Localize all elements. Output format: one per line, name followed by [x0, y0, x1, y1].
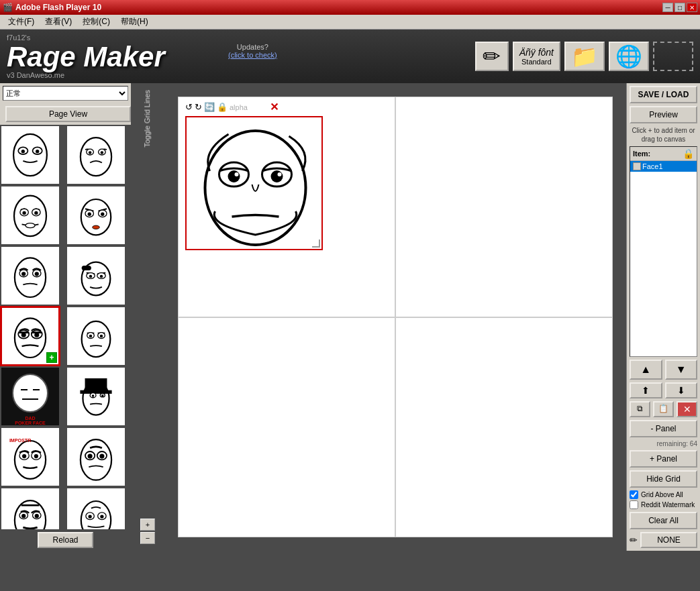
face-widget[interactable] — [185, 116, 323, 250]
face-cell-2[interactable] — [66, 125, 126, 185]
face-cell-12[interactable] — [0, 487, 60, 529]
svg-point-13 — [22, 211, 26, 215]
face-svg-8 — [69, 309, 123, 363]
mode-select[interactable]: 正常 — [3, 86, 128, 101]
minimize-button[interactable]: ─ — [662, 3, 673, 12]
svg-point-44 — [81, 321, 110, 357]
canvas-face-svg — [187, 117, 324, 252]
svg-point-23 — [92, 225, 99, 229]
maximize-button[interactable]: □ — [674, 3, 685, 12]
resize-handle[interactable] — [312, 239, 320, 248]
svg-point-5 — [80, 138, 111, 176]
zoom-in-button[interactable]: + — [140, 519, 155, 531]
canvas-cell-top-right[interactable] — [395, 97, 613, 317]
close-button[interactable]: ✕ — [687, 3, 697, 12]
pencil-icon: ✏ — [483, 44, 501, 69]
hide-grid-button[interactable]: Hide Grid — [630, 470, 697, 488]
grid-options: Grid Above All Reddit Watermark — [630, 490, 697, 509]
pencil-small-icon: ✏ — [630, 535, 638, 545]
updates-area: Updates? (click to check) — [228, 43, 277, 59]
svg-point-43 — [34, 333, 39, 337]
plus-panel-button[interactable]: + Panel — [630, 450, 697, 468]
zoom-out-button[interactable]: − — [140, 532, 155, 544]
clear-all-button[interactable]: Clear All — [630, 512, 697, 529]
grid-above-label: Grid Above All — [641, 491, 683, 498]
move-down-button[interactable]: ▼ — [665, 360, 698, 380]
face-cell-6[interactable] — [66, 246, 126, 306]
item-header: Item: 🔒 — [630, 147, 697, 161]
svg-point-49 — [89, 335, 91, 337]
svg-point-72 — [99, 454, 104, 459]
move-up-button[interactable]: ▲ — [630, 360, 662, 380]
layer-down-button[interactable]: ⬇ — [665, 382, 698, 398]
menu-file[interactable]: 文件(F) — [3, 15, 40, 29]
selection-tool-button[interactable] — [653, 42, 693, 71]
svg-point-50 — [99, 335, 102, 337]
layer-up-button[interactable]: ⬆ — [630, 382, 662, 398]
svg-point-8 — [88, 151, 91, 154]
font-tool-button[interactable]: Äñÿ fônt Standard — [513, 42, 560, 71]
svg-point-62 — [15, 441, 46, 479]
font-name-label: Äñÿ fônt — [519, 47, 554, 58]
widget-toolbar: ↺ ↻ 🔄 🔒 alpha ✕ — [185, 101, 279, 113]
widget-close-button[interactable]: ✕ — [270, 101, 279, 113]
svg-point-22 — [101, 213, 104, 216]
folder-button[interactable]: 📁 — [564, 42, 605, 71]
app-header: f7u12's Rage Maker v3 DanAweso.me Update… — [0, 30, 700, 83]
item-label: Item: — [633, 150, 650, 158]
delete-button[interactable]: ✕ — [677, 401, 697, 417]
item-lock-icon[interactable]: 🔒 — [683, 148, 694, 159]
face-cell-4[interactable] — [66, 185, 126, 246]
item-row-face1[interactable]: Face1 — [630, 161, 697, 172]
face-cell-dad[interactable]: DADPOKER FACE — [0, 366, 60, 427]
preview-button[interactable]: Preview — [630, 106, 697, 123]
face-svg-3 — [3, 189, 57, 242]
paste-button[interactable]: 📋 — [653, 401, 674, 417]
grid-above-checkbox[interactable] — [630, 490, 638, 499]
dad-face-svg — [3, 368, 57, 419]
face-cell-11[interactable] — [66, 427, 126, 487]
canvas-cell-top-left[interactable]: ↺ ↻ 🔄 🔒 alpha ✕ — [178, 97, 395, 317]
toggle-grid-button[interactable]: Toggle Grid Lines — [143, 90, 152, 148]
svg-point-83 — [100, 515, 103, 518]
none-button[interactable]: NONE — [640, 532, 697, 548]
face-cell-13[interactable] — [66, 487, 126, 529]
page-view-button[interactable]: Page View — [5, 106, 131, 122]
title-bar-left: 🎬 Adobe Flash Player 10 — [3, 3, 101, 12]
main-layout: 正常 Page View — [0, 83, 700, 551]
svg-point-68 — [80, 439, 111, 480]
reload-button[interactable]: Reload — [38, 532, 93, 548]
globe-button[interactable]: 🌐 — [609, 42, 649, 71]
face-cell-8[interactable] — [66, 306, 126, 366]
canvas-grid: ↺ ↻ 🔄 🔒 alpha ✕ — [178, 97, 613, 537]
face-cell-5[interactable] — [0, 246, 60, 306]
item-label-face1: Face1 — [642, 162, 663, 170]
add-to-canvas-icon[interactable]: + — [46, 352, 57, 363]
rotate-right-icon[interactable]: ↻ — [195, 102, 202, 112]
svg-point-66 — [34, 454, 38, 458]
menu-help[interactable]: 帮助(H) — [115, 15, 154, 29]
rotate-left-icon[interactable]: ↺ — [185, 102, 193, 112]
save-load-button[interactable]: SAVE / LOAD — [630, 86, 697, 103]
face-cell-10[interactable]: IMPOSTR — [0, 427, 60, 487]
folder-icon: 📁 — [571, 44, 598, 69]
copy-button[interactable]: ⧉ — [630, 401, 650, 417]
svg-point-27 — [21, 272, 26, 276]
canvas-cell-bottom-right[interactable] — [395, 317, 613, 538]
menu-control[interactable]: 控制(C) — [77, 15, 115, 29]
updates-link[interactable]: (click to check) — [228, 51, 277, 59]
reddit-watermark-checkbox[interactable] — [630, 500, 638, 509]
lock-icon[interactable]: 🔒 — [217, 102, 228, 112]
minus-panel-button[interactable]: - Panel — [630, 420, 697, 437]
face-cell-7-selected[interactable]: + — [0, 306, 60, 366]
updates-label: Updates? — [228, 43, 277, 51]
canvas-cell-bottom-left[interactable] — [178, 317, 395, 538]
svg-text:IMPOSTR: IMPOSTR — [9, 438, 31, 443]
menu-view[interactable]: 查看(V) — [40, 15, 77, 29]
pencil-tool-button[interactable]: ✏ — [475, 42, 509, 71]
flip-icon[interactable]: 🔄 — [204, 102, 215, 112]
face-cell-9[interactable] — [66, 366, 126, 427]
face-cell-1[interactable] — [0, 125, 60, 185]
left-sidebar: 正常 Page View — [0, 83, 131, 551]
face-cell-3[interactable] — [0, 185, 60, 246]
